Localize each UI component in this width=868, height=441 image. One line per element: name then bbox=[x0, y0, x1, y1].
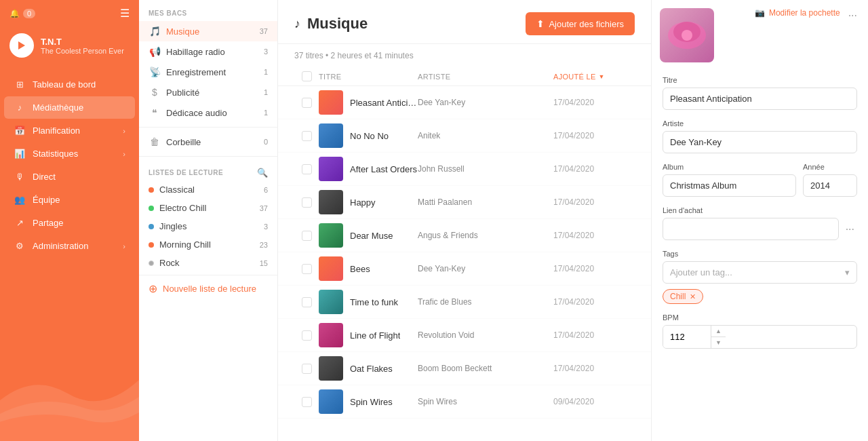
chevron-right-icon: › bbox=[123, 242, 125, 250]
users-icon: 👥 bbox=[14, 195, 26, 205]
new-playlist-button[interactable]: ⊕ Nouvelle liste de lecture bbox=[139, 275, 277, 302]
search-icon[interactable]: 🔍 bbox=[257, 168, 268, 178]
row-checkbox[interactable] bbox=[302, 197, 312, 208]
playlist-item-morning-chill[interactable]: Morning Chill 23 bbox=[139, 235, 277, 254]
table-row[interactable]: Happy Matti Paalanen 17/04/2020 bbox=[278, 186, 651, 219]
playlist-item-electro-chill[interactable]: Electro Chill 37 bbox=[139, 199, 277, 217]
column-ajoute-le[interactable]: Ajouté le ▼ bbox=[553, 71, 635, 81]
table-row[interactable]: Line of Flight Revolution Void 17/04/202… bbox=[278, 319, 651, 352]
right-panel-content: Titre Artiste Album Année Lien d'achat ·… bbox=[652, 68, 868, 366]
row-checkbox[interactable] bbox=[302, 131, 312, 141]
table-row[interactable]: Time to funk Trafic de Blues 17/04/2020 bbox=[278, 286, 651, 319]
lien-input[interactable] bbox=[663, 218, 839, 240]
main-content: ♪ Musique ⬆ Ajouter des fichiers 37 titr… bbox=[278, 0, 651, 441]
row-checkbox[interactable] bbox=[302, 264, 312, 274]
notification-icon: 🔔 bbox=[9, 9, 20, 18]
middle-item-corbeille[interactable]: 🗑 Corbeille 0 bbox=[139, 132, 277, 152]
table-row[interactable]: Bees Dee Yan-Key 17/04/2020 bbox=[278, 252, 651, 286]
trash-icon: 🗑 bbox=[149, 136, 161, 147]
divider bbox=[139, 127, 277, 128]
quote-icon: ❝ bbox=[149, 107, 161, 118]
sidebar-item-equipe[interactable]: 👥 Équipe bbox=[4, 189, 135, 211]
bpm-increment-button[interactable]: ▲ bbox=[711, 326, 726, 337]
modify-cover-button[interactable]: 📷 Modifier la pochette bbox=[755, 8, 840, 18]
table-row[interactable]: Dear Muse Angus & Friends 17/04/2020 bbox=[278, 219, 651, 252]
tags-placeholder: Ajouter un tag... bbox=[670, 267, 732, 277]
playlist-item-jingles[interactable]: Jingles 3 bbox=[139, 217, 277, 235]
sidebar: 🔔 0 ☰ T.N.T The Coolest Person Ever ⊞ Ta… bbox=[0, 0, 139, 441]
music-note-icon: ♪ bbox=[294, 17, 300, 31]
sidebar-item-administration[interactable]: ⚙ Administration › bbox=[4, 235, 135, 257]
table-row[interactable]: Pleasant Anticipation Dee Yan-Key 17/04/… bbox=[278, 86, 651, 119]
middle-item-habillage[interactable]: 📢 Habillage radio 3 bbox=[139, 41, 277, 62]
middle-item-publicite[interactable]: $ Publicité 1 bbox=[139, 82, 277, 102]
album-label: Album bbox=[663, 163, 796, 171]
middle-item-dedicace[interactable]: ❝ Dédicace audio 1 bbox=[139, 102, 277, 123]
lien-more-button[interactable]: ··· bbox=[843, 220, 857, 238]
playlist-item-classical[interactable]: Classical 6 bbox=[139, 180, 277, 199]
calendar-icon: 📅 bbox=[14, 126, 26, 136]
bpm-decrement-button[interactable]: ▼ bbox=[711, 337, 726, 348]
table-row[interactable]: After Last Orders John Russell 17/04/202… bbox=[278, 153, 651, 186]
row-checkbox[interactable] bbox=[302, 330, 312, 341]
table-row[interactable]: Spin Wires Spin Wires 09/04/2020 bbox=[278, 385, 651, 419]
playlist-item-rock[interactable]: Rock 15 bbox=[139, 254, 277, 272]
sidebar-item-partage[interactable]: ↗ Partage bbox=[4, 212, 135, 234]
track-thumbnail bbox=[319, 389, 343, 414]
track-info: No No No bbox=[319, 123, 418, 148]
track-thumbnail bbox=[319, 123, 343, 148]
content-stats: 37 titres • 2 heures et 41 minutes bbox=[278, 44, 651, 67]
row-checkbox[interactable] bbox=[302, 231, 312, 241]
row-checkbox[interactable] bbox=[302, 98, 312, 108]
add-files-button[interactable]: ⬆ Ajouter des fichiers bbox=[526, 12, 635, 35]
table-row[interactable]: No No No Anitek 17/04/2020 bbox=[278, 119, 651, 153]
table-row[interactable]: Oat Flakes Boom Boom Beckett 17/04/2020 bbox=[278, 352, 651, 385]
row-checkbox[interactable] bbox=[302, 364, 312, 374]
sidebar-item-statistiques[interactable]: 📊 Statistiques › bbox=[4, 142, 135, 165]
lien-field-group: Lien d'achat ··· bbox=[663, 206, 857, 240]
annee-label: Année bbox=[803, 163, 857, 171]
playlists-header: LISTES DE LECTURE 🔍 bbox=[139, 161, 277, 180]
bpm-input[interactable] bbox=[663, 326, 711, 348]
row-checkbox[interactable] bbox=[302, 397, 312, 407]
track-info: After Last Orders bbox=[319, 157, 418, 181]
middle-item-enregistrement[interactable]: 📡 Enregistrement 1 bbox=[139, 62, 277, 82]
tags-field-group: Tags Ajouter un tag... ▾ Chill ✕ bbox=[663, 250, 857, 304]
tag-remove-button[interactable]: ✕ bbox=[690, 292, 696, 301]
cover-header-row: 📷 Modifier la pochette ··· bbox=[652, 0, 868, 31]
annee-input[interactable] bbox=[803, 174, 857, 197]
new-playlist-label: Nouvelle liste de lecture bbox=[163, 284, 256, 294]
row-checkbox[interactable] bbox=[302, 297, 312, 307]
tag-chip-chill: Chill ✕ bbox=[663, 289, 703, 304]
album-field-group: Album bbox=[663, 163, 796, 197]
now-playing: T.N.T The Coolest Person Ever bbox=[0, 26, 139, 67]
now-playing-title: T.N.T bbox=[41, 37, 124, 47]
track-info: Spin Wires bbox=[319, 389, 418, 414]
tags-dropdown[interactable]: Ajouter un tag... ▾ bbox=[663, 261, 857, 284]
more-options-button[interactable]: ··· bbox=[846, 8, 860, 23]
track-thumbnail bbox=[319, 256, 343, 281]
playlist-dot bbox=[149, 187, 154, 193]
artiste-field-group: Artiste bbox=[663, 119, 857, 153]
row-checkbox[interactable] bbox=[302, 164, 312, 174]
sidebar-item-mediatheque[interactable]: ♪ Médiathèque bbox=[4, 96, 135, 119]
menu-icon[interactable]: ☰ bbox=[120, 7, 130, 20]
now-playing-subtitle: The Coolest Person Ever bbox=[41, 47, 124, 55]
lien-label: Lien d'achat bbox=[663, 206, 857, 214]
play-button[interactable] bbox=[9, 33, 34, 58]
sidebar-item-tableau-de-bord[interactable]: ⊞ Tableau de bord bbox=[4, 73, 135, 96]
track-thumbnail bbox=[319, 90, 343, 115]
playlist-dot bbox=[149, 261, 154, 266]
plus-icon: ⊕ bbox=[149, 282, 157, 295]
titre-input[interactable] bbox=[663, 88, 857, 110]
select-all-checkbox[interactable] bbox=[302, 71, 312, 81]
main-title-row: ♪ Musique bbox=[294, 15, 368, 33]
chevron-right-icon: › bbox=[123, 150, 125, 158]
middle-item-musique[interactable]: 🎵 Musique 37 bbox=[139, 21, 277, 41]
artiste-input[interactable] bbox=[663, 131, 857, 153]
album-input[interactable] bbox=[663, 174, 796, 197]
sidebar-item-direct[interactable]: 🎙 Direct bbox=[4, 166, 135, 188]
sidebar-item-planification[interactable]: 📅 Planification › bbox=[4, 119, 135, 142]
album-annee-row: Album Année bbox=[663, 163, 857, 206]
bpm-field-group: BPM ▲ ▼ bbox=[663, 313, 857, 349]
